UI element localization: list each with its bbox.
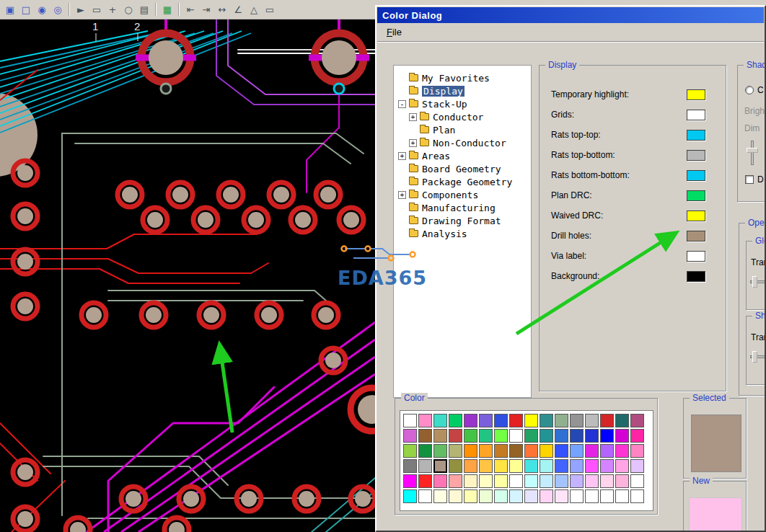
palette-color-cell[interactable]: [615, 489, 629, 503]
palette-color-cell[interactable]: [494, 444, 508, 458]
tree-item-drawing-format[interactable]: Drawing Format: [394, 214, 531, 227]
layers-button[interactable]: ▤: [136, 1, 152, 17]
palette-color-cell[interactable]: [418, 429, 432, 443]
palette-color-cell[interactable]: [509, 459, 523, 473]
tree-item-package-geometry[interactable]: Package Geometry: [394, 175, 531, 188]
palette-color-cell[interactable]: [418, 459, 432, 473]
palette-color-cell[interactable]: [418, 474, 432, 488]
palette-color-cell[interactable]: [433, 489, 447, 503]
color-swatch-button[interactable]: [687, 251, 705, 262]
circle-select-button[interactable]: ◎: [50, 1, 66, 17]
palette-color-cell[interactable]: [524, 489, 538, 503]
window-button[interactable]: ▣: [2, 1, 18, 17]
sheet-transparency-thumb[interactable]: [752, 351, 757, 363]
palette-color-cell[interactable]: [570, 474, 584, 488]
palette-color-cell[interactable]: [540, 489, 553, 503]
palette-color-cell[interactable]: [540, 414, 553, 427]
menu-file[interactable]: File: [379, 25, 409, 40]
tree-item-non-conductor[interactable]: +Non-Conductor: [394, 136, 531, 149]
palette-color-cell[interactable]: [449, 474, 462, 488]
palette-color-cell[interactable]: [555, 414, 568, 427]
tree-item-conductor[interactable]: +Conductor: [394, 110, 531, 123]
palette-color-cell[interactable]: [403, 444, 417, 458]
palette-color-cell[interactable]: [403, 459, 417, 473]
palette-color-cell[interactable]: [509, 444, 523, 458]
global-transparency-thumb[interactable]: [752, 276, 757, 288]
palette-color-cell[interactable]: [509, 474, 523, 488]
palette-color-cell[interactable]: [555, 444, 568, 458]
palette-color-cell[interactable]: [630, 489, 644, 503]
palette-color-cell[interactable]: [600, 474, 614, 488]
palette-color-cell[interactable]: [570, 414, 584, 427]
tree-item-areas[interactable]: +Areas: [394, 149, 531, 162]
tree-item-stack-up[interactable]: -Stack-Up: [394, 97, 531, 110]
zoom-button[interactable]: ○: [120, 1, 136, 17]
palette-color-cell[interactable]: [615, 474, 629, 488]
palette-color-cell[interactable]: [418, 414, 432, 427]
palette-color-cell[interactable]: [494, 414, 508, 427]
new-window-button[interactable]: □: [18, 1, 34, 17]
palette-color-cell[interactable]: [449, 429, 462, 443]
palette-color-cell[interactable]: [403, 489, 417, 503]
color-swatch-button[interactable]: [687, 150, 705, 161]
palette-color-cell[interactable]: [509, 414, 523, 427]
palette-color-cell[interactable]: [585, 489, 599, 503]
palette-color-cell[interactable]: [630, 474, 644, 488]
palette-color-cell[interactable]: [615, 444, 629, 458]
tree-expander-icon[interactable]: +: [409, 113, 417, 121]
palette-color-cell[interactable]: [600, 414, 614, 427]
palette-color-cell[interactable]: [630, 429, 644, 443]
dim-right-button[interactable]: ⇥: [198, 1, 214, 17]
add-button[interactable]: +: [105, 1, 120, 17]
palette-color-cell[interactable]: [570, 489, 584, 503]
palette-color-cell[interactable]: [524, 474, 538, 488]
color-swatch-button[interactable]: [687, 271, 705, 282]
palette-color-cell[interactable]: [600, 444, 614, 458]
palette-color-cell[interactable]: [524, 414, 538, 427]
palette-color-cell[interactable]: [524, 429, 538, 443]
palette-color-cell[interactable]: [615, 429, 629, 443]
tree-item-plan[interactable]: Plan: [394, 123, 531, 136]
tree-expander-icon[interactable]: -: [398, 100, 406, 108]
ruler-button[interactable]: ▭: [262, 1, 278, 17]
color-swatch-button[interactable]: [687, 110, 705, 120]
palette-color-cell[interactable]: [433, 474, 447, 488]
palette-color-cell[interactable]: [433, 429, 447, 443]
palette-color-cell[interactable]: [479, 414, 493, 427]
tree-item-display[interactable]: Display: [394, 84, 531, 97]
color-swatch-button[interactable]: [687, 170, 705, 181]
palette-color-cell[interactable]: [630, 459, 644, 473]
palette-color-cell[interactable]: [600, 429, 614, 443]
palette-color-cell[interactable]: [540, 444, 553, 458]
palette-color-cell[interactable]: [540, 474, 553, 488]
tree-item-analysis[interactable]: Analysis: [394, 227, 531, 240]
target-button[interactable]: ◉: [34, 1, 50, 17]
dim-span-button[interactable]: ↔: [214, 1, 230, 17]
color-swatch-button[interactable]: [687, 89, 705, 100]
color-swatch-button[interactable]: [687, 210, 705, 221]
palette-color-cell[interactable]: [464, 489, 477, 503]
palette-color-cell[interactable]: [615, 459, 629, 473]
tree-item-components[interactable]: +Components: [394, 188, 531, 201]
dialog-titlebar[interactable]: Color Dialog: [377, 7, 764, 23]
palette-color-cell[interactable]: [433, 444, 447, 458]
palette-color-cell[interactable]: [570, 459, 584, 473]
palette-color-cell[interactable]: [449, 459, 462, 473]
palette-color-cell[interactable]: [585, 474, 599, 488]
pointer-button[interactable]: ►: [73, 1, 89, 17]
palette-color-cell[interactable]: [509, 429, 523, 443]
palette-color-cell[interactable]: [433, 414, 447, 427]
palette-color-cell[interactable]: [464, 474, 477, 488]
palette-color-cell[interactable]: [615, 414, 629, 427]
palette-color-cell[interactable]: [585, 459, 599, 473]
frame-button[interactable]: ▭: [89, 1, 105, 17]
palette-color-cell[interactable]: [494, 474, 508, 488]
palette-color-cell[interactable]: [418, 444, 432, 458]
palette-color-cell[interactable]: [540, 429, 553, 443]
palette-color-cell[interactable]: [479, 444, 493, 458]
palette-color-cell[interactable]: [585, 444, 599, 458]
tree-expander-icon[interactable]: +: [409, 139, 417, 147]
palette-color-cell[interactable]: [433, 459, 447, 473]
tree-item-manufacturing[interactable]: Manufacturing: [394, 201, 531, 214]
palette-color-cell[interactable]: [570, 429, 584, 443]
